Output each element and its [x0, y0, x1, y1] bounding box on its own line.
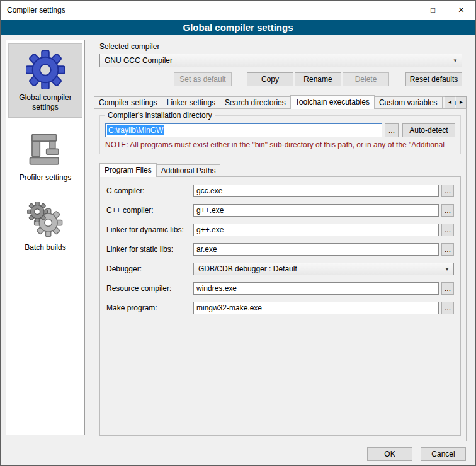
tab-search-directories[interactable]: Search directories: [220, 96, 291, 109]
main-content: Selected compiler GNU GCC Compiler ▼ Set…: [94, 40, 467, 441]
window-controls: – □ ×: [390, 1, 475, 20]
resource-compiler-label: Resource compiler:: [106, 284, 193, 293]
debugger-select[interactable]: GDB/CDB debugger : Default ▼: [193, 263, 454, 275]
dynamic-linker-label: Linker for dynamic libs:: [106, 225, 193, 234]
tab-program-files[interactable]: Program Files: [99, 163, 157, 177]
resource-compiler-input[interactable]: [193, 282, 439, 295]
compiler-settings-window: Compiler settings – □ × Global compiler …: [0, 0, 476, 466]
tab-custom-variables[interactable]: Custom variables: [374, 96, 443, 109]
settings-tabstrip: Compiler settings Linker settings Search…: [94, 95, 467, 109]
selected-compiler-label: Selected compiler: [99, 42, 159, 51]
sidebar-item-global-compiler-settings[interactable]: Global compiler settings: [8, 43, 82, 118]
cancel-button[interactable]: Cancel: [421, 447, 466, 461]
tab-linker-settings[interactable]: Linker settings: [162, 96, 220, 109]
sidebar-item-profiler-settings[interactable]: Profiler settings: [8, 124, 82, 188]
window-title: Compiler settings: [1, 6, 65, 14]
installation-directory-group: Compiler's installation directory C:\ray…: [99, 111, 461, 154]
c-compiler-label: C compiler:: [106, 186, 193, 195]
tab-compiler-settings[interactable]: Compiler settings: [94, 96, 162, 109]
cpp-compiler-browse-button[interactable]: ...: [441, 204, 454, 217]
reset-defaults-button[interactable]: Reset defaults: [405, 72, 462, 86]
profiler-icon: [9, 127, 81, 173]
maximize-icon[interactable]: □: [419, 1, 447, 20]
debugger-label: Debugger:: [106, 264, 193, 273]
bin-subdirectory-note: NOTE: All programs must exist either in …: [105, 140, 455, 149]
static-linker-browse-button[interactable]: ...: [441, 243, 454, 256]
blue-gear-icon: [10, 47, 81, 93]
make-program-row: Make program: ...: [106, 302, 454, 314]
tab-toolchain-executables[interactable]: Toolchain executables: [290, 95, 375, 109]
sidebar-item-label: Profiler settings: [9, 173, 81, 183]
resource-compiler-browse-button[interactable]: ...: [441, 282, 454, 295]
batch-builds-icon: [9, 196, 81, 243]
tab-scroll-left-icon[interactable]: ◄: [445, 96, 455, 108]
titlebar[interactable]: Compiler settings – □ ×: [1, 1, 475, 20]
c-compiler-row: C compiler: ...: [106, 185, 454, 197]
copy-button[interactable]: Copy: [247, 72, 293, 86]
dynamic-linker-row: Linker for dynamic libs: ...: [106, 224, 454, 236]
program-tabs: Program Files Additional Paths: [99, 163, 220, 177]
installation-directory-value: C:\raylib\MinGW: [107, 125, 164, 135]
sidebar-item-batch-builds[interactable]: Batch builds: [8, 194, 82, 258]
static-linker-label: Linker for static libs:: [106, 245, 193, 254]
toolchain-executables-panel: Compiler's installation directory C:\ray…: [94, 108, 467, 441]
sidebar-item-label: Global compiler settings: [10, 93, 81, 112]
minimize-icon[interactable]: –: [390, 1, 419, 20]
c-compiler-browse-button[interactable]: ...: [441, 185, 454, 197]
cpp-compiler-row: C++ compiler: ...: [106, 204, 454, 217]
debugger-row: Debugger: GDB/CDB debugger : Default ▼: [106, 263, 454, 275]
tab-scroll-controls: ◄ ►: [444, 96, 467, 108]
make-program-input[interactable]: [193, 302, 439, 314]
sidebar-item-label: Batch builds: [9, 243, 81, 253]
set-as-default-button[interactable]: Set as default: [174, 72, 232, 86]
installation-directory-title: Compiler's installation directory: [105, 111, 215, 120]
c-compiler-input[interactable]: [193, 185, 439, 197]
chevron-down-icon: ▼: [441, 266, 453, 272]
cpp-compiler-input[interactable]: [193, 204, 439, 217]
make-program-label: Make program:: [106, 304, 193, 312]
compiler-action-buttons: Set as default Copy Rename Delete Reset …: [174, 72, 462, 86]
make-program-browse-button[interactable]: ...: [441, 302, 454, 314]
chevron-down-icon: ▼: [449, 58, 462, 64]
ok-button[interactable]: OK: [367, 447, 412, 461]
settings-category-sidebar: Global compiler settings Profiler settin…: [6, 40, 85, 435]
static-linker-row: Linker for static libs: ...: [106, 243, 454, 256]
tab-scroll-right-icon[interactable]: ►: [456, 96, 467, 108]
debugger-value: GDB/CDB debugger : Default: [198, 264, 297, 273]
page-title: Global compiler settings: [1, 20, 475, 35]
tab-additional-paths[interactable]: Additional Paths: [156, 164, 221, 177]
close-icon[interactable]: ×: [447, 1, 475, 20]
cpp-compiler-label: C++ compiler:: [106, 206, 193, 215]
installation-directory-browse-button[interactable]: ...: [385, 123, 399, 137]
installation-directory-row: C:\raylib\MinGW ... Auto-detect: [105, 123, 455, 137]
static-linker-input[interactable]: [193, 243, 439, 256]
dynamic-linker-browse-button[interactable]: ...: [441, 224, 454, 236]
resource-compiler-row: Resource compiler: ...: [106, 282, 454, 295]
auto-detect-button[interactable]: Auto-detect: [402, 123, 455, 137]
installation-directory-input[interactable]: C:\raylib\MinGW: [105, 123, 382, 137]
rename-button[interactable]: Rename: [295, 72, 341, 86]
delete-button[interactable]: Delete: [343, 72, 389, 86]
dynamic-linker-input[interactable]: [193, 224, 439, 236]
program-files-panel: C compiler: ... C++ compiler: ... Linker…: [99, 176, 461, 436]
selected-compiler-select[interactable]: GNU GCC Compiler ▼: [99, 54, 462, 67]
selected-compiler-value: GNU GCC Compiler: [105, 56, 173, 65]
